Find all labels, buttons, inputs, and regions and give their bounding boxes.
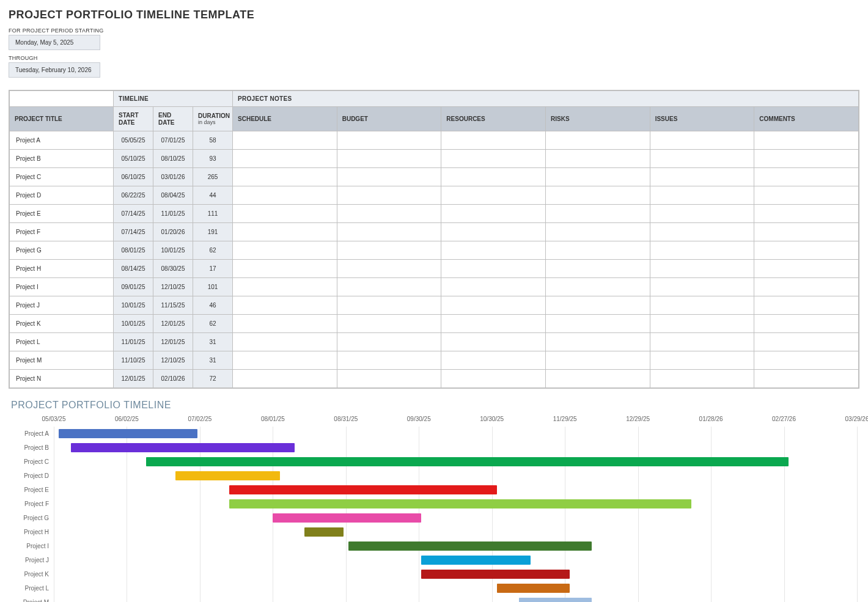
- cell-schedule[interactable]: [233, 186, 337, 205]
- cell-issues[interactable]: [650, 186, 754, 205]
- cell-risks[interactable]: [546, 333, 650, 351]
- cell-budget[interactable]: [337, 333, 441, 351]
- cell-issues[interactable]: [650, 223, 754, 241]
- cell-start-date[interactable]: 08/14/25: [114, 260, 153, 278]
- cell-comments[interactable]: [754, 131, 859, 150]
- cell-resources[interactable]: [441, 260, 546, 278]
- cell-start-date[interactable]: 11/01/25: [114, 333, 153, 351]
- cell-end-date[interactable]: 03/01/26: [153, 168, 193, 186]
- cell-start-date[interactable]: 11/10/25: [114, 351, 153, 370]
- cell-end-date[interactable]: 12/10/25: [153, 278, 193, 296]
- period-start-value[interactable]: Monday, May 5, 2025: [9, 35, 100, 50]
- cell-duration[interactable]: 58: [193, 131, 233, 150]
- cell-comments[interactable]: [754, 370, 859, 388]
- cell-comments[interactable]: [754, 241, 859, 260]
- cell-risks[interactable]: [546, 315, 650, 333]
- cell-schedule[interactable]: [233, 168, 337, 186]
- cell-start-date[interactable]: 07/14/25: [114, 205, 153, 223]
- cell-budget[interactable]: [337, 315, 441, 333]
- cell-project-title[interactable]: Project L: [10, 333, 114, 351]
- cell-duration[interactable]: 101: [193, 278, 233, 296]
- cell-end-date[interactable]: 07/01/25: [153, 131, 193, 150]
- cell-risks[interactable]: [546, 278, 650, 296]
- cell-comments[interactable]: [754, 351, 859, 370]
- cell-budget[interactable]: [337, 223, 441, 241]
- cell-start-date[interactable]: 08/01/25: [114, 241, 153, 260]
- cell-resources[interactable]: [441, 150, 546, 168]
- cell-end-date[interactable]: 12/01/25: [153, 315, 193, 333]
- cell-start-date[interactable]: 05/05/25: [114, 131, 153, 150]
- cell-budget[interactable]: [337, 351, 441, 370]
- cell-comments[interactable]: [754, 186, 859, 205]
- cell-comments[interactable]: [754, 315, 859, 333]
- cell-project-title[interactable]: Project A: [10, 131, 114, 150]
- cell-comments[interactable]: [754, 260, 859, 278]
- cell-issues[interactable]: [650, 370, 754, 388]
- cell-start-date[interactable]: 05/10/25: [114, 150, 153, 168]
- cell-budget[interactable]: [337, 260, 441, 278]
- cell-budget[interactable]: [337, 296, 441, 315]
- cell-schedule[interactable]: [233, 205, 337, 223]
- cell-start-date[interactable]: 10/01/25: [114, 296, 153, 315]
- cell-issues[interactable]: [650, 205, 754, 223]
- cell-end-date[interactable]: 12/01/25: [153, 333, 193, 351]
- cell-duration[interactable]: 31: [193, 351, 233, 370]
- cell-issues[interactable]: [650, 315, 754, 333]
- cell-issues[interactable]: [650, 351, 754, 370]
- cell-risks[interactable]: [546, 296, 650, 315]
- cell-duration[interactable]: 46: [193, 296, 233, 315]
- cell-risks[interactable]: [546, 241, 650, 260]
- cell-comments[interactable]: [754, 150, 859, 168]
- cell-issues[interactable]: [650, 296, 754, 315]
- cell-resources[interactable]: [441, 370, 546, 388]
- cell-start-date[interactable]: 06/10/25: [114, 168, 153, 186]
- cell-project-title[interactable]: Project J: [10, 296, 114, 315]
- cell-schedule[interactable]: [233, 150, 337, 168]
- cell-duration[interactable]: 44: [193, 186, 233, 205]
- cell-budget[interactable]: [337, 168, 441, 186]
- cell-comments[interactable]: [754, 296, 859, 315]
- cell-issues[interactable]: [650, 168, 754, 186]
- cell-issues[interactable]: [650, 150, 754, 168]
- cell-comments[interactable]: [754, 205, 859, 223]
- cell-project-title[interactable]: Project E: [10, 205, 114, 223]
- cell-resources[interactable]: [441, 223, 546, 241]
- cell-resources[interactable]: [441, 333, 546, 351]
- cell-duration[interactable]: 62: [193, 315, 233, 333]
- cell-risks[interactable]: [546, 150, 650, 168]
- cell-end-date[interactable]: 08/30/25: [153, 260, 193, 278]
- cell-schedule[interactable]: [233, 315, 337, 333]
- cell-risks[interactable]: [546, 260, 650, 278]
- cell-resources[interactable]: [441, 351, 546, 370]
- cell-resources[interactable]: [441, 186, 546, 205]
- cell-end-date[interactable]: 12/10/25: [153, 351, 193, 370]
- cell-resources[interactable]: [441, 278, 546, 296]
- cell-end-date[interactable]: 10/01/25: [153, 241, 193, 260]
- cell-resources[interactable]: [441, 315, 546, 333]
- cell-issues[interactable]: [650, 241, 754, 260]
- cell-project-title[interactable]: Project C: [10, 168, 114, 186]
- cell-budget[interactable]: [337, 278, 441, 296]
- cell-duration[interactable]: 93: [193, 150, 233, 168]
- cell-issues[interactable]: [650, 278, 754, 296]
- cell-duration[interactable]: 17: [193, 260, 233, 278]
- cell-duration[interactable]: 191: [193, 223, 233, 241]
- cell-start-date[interactable]: 10/01/25: [114, 315, 153, 333]
- cell-project-title[interactable]: Project F: [10, 223, 114, 241]
- cell-project-title[interactable]: Project B: [10, 150, 114, 168]
- cell-budget[interactable]: [337, 150, 441, 168]
- cell-resources[interactable]: [441, 205, 546, 223]
- cell-project-title[interactable]: Project K: [10, 315, 114, 333]
- cell-project-title[interactable]: Project M: [10, 351, 114, 370]
- cell-duration[interactable]: 31: [193, 333, 233, 351]
- cell-issues[interactable]: [650, 260, 754, 278]
- cell-end-date[interactable]: 02/10/26: [153, 370, 193, 388]
- cell-project-title[interactable]: Project D: [10, 186, 114, 205]
- cell-schedule[interactable]: [233, 223, 337, 241]
- cell-end-date[interactable]: 01/20/26: [153, 223, 193, 241]
- cell-start-date[interactable]: 09/01/25: [114, 278, 153, 296]
- cell-start-date[interactable]: 12/01/25: [114, 370, 153, 388]
- cell-start-date[interactable]: 06/22/25: [114, 186, 153, 205]
- cell-project-title[interactable]: Project I: [10, 278, 114, 296]
- cell-schedule[interactable]: [233, 370, 337, 388]
